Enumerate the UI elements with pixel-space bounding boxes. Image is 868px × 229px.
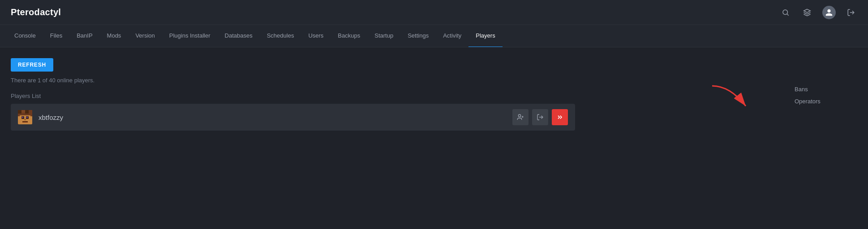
tab-mods[interactable]: Mods xyxy=(100,25,129,47)
tab-version[interactable]: Version xyxy=(128,25,162,47)
svg-point-0 xyxy=(783,10,788,15)
app-logo: Pterodactyl xyxy=(11,7,61,17)
svg-line-1 xyxy=(787,14,788,15)
left-section: REFRESH There are 1 of 40 online players… xyxy=(11,58,784,131)
player-actions xyxy=(512,109,568,125)
svg-rect-9 xyxy=(25,110,29,114)
svg-rect-10 xyxy=(29,110,32,113)
svg-rect-18 xyxy=(22,121,28,122)
player-row: xbtfozzy xyxy=(11,104,575,131)
tab-backups[interactable]: Backups xyxy=(331,25,367,47)
refresh-button[interactable]: REFRESH xyxy=(11,58,53,72)
players-list-label: Players List xyxy=(11,93,784,99)
player-avatar xyxy=(18,110,32,124)
tab-settings[interactable]: Settings xyxy=(400,25,436,47)
right-sidebar: Bans Operators xyxy=(795,58,857,131)
svg-rect-7 xyxy=(18,110,21,114)
tab-plugins-installer[interactable]: Plugins Installer xyxy=(162,25,218,47)
tab-banip[interactable]: BanIP xyxy=(69,25,99,47)
player-name: xbtfozzy xyxy=(39,114,512,121)
svg-rect-16 xyxy=(24,119,26,120)
tab-startup[interactable]: Startup xyxy=(367,25,400,47)
svg-rect-8 xyxy=(21,110,25,113)
tab-players[interactable]: Players xyxy=(468,25,502,47)
ban-player-button[interactable] xyxy=(552,109,568,125)
tab-schedules[interactable]: Schedules xyxy=(260,25,301,47)
svg-marker-2 xyxy=(804,9,811,13)
online-status-text: There are 1 of 40 online players. xyxy=(11,77,784,84)
player-list: xbtfozzy xyxy=(11,104,784,131)
svg-rect-15 xyxy=(26,117,28,118)
player-row-wrapper: xbtfozzy xyxy=(11,104,784,131)
tab-activity[interactable]: Activity xyxy=(436,25,468,47)
logout-icon[interactable] xyxy=(845,6,857,19)
user-avatar[interactable] xyxy=(822,6,836,19)
sidebar-link-operators[interactable]: Operators xyxy=(795,97,857,106)
kick-player-button[interactable] xyxy=(532,109,548,125)
navigation-bar: Console Files BanIP Mods Version Plugins… xyxy=(0,25,868,47)
tab-files[interactable]: Files xyxy=(43,25,69,47)
layers-icon[interactable] xyxy=(801,6,813,19)
header-icons xyxy=(779,6,857,19)
tab-users[interactable]: Users xyxy=(301,25,331,47)
add-player-button[interactable] xyxy=(512,109,529,125)
tab-databases[interactable]: Databases xyxy=(218,25,260,47)
tab-console[interactable]: Console xyxy=(7,25,43,47)
header: Pterodactyl xyxy=(0,0,868,25)
main-content: REFRESH There are 1 of 40 online players… xyxy=(0,47,868,141)
svg-rect-14 xyxy=(22,117,23,118)
svg-point-19 xyxy=(518,114,520,117)
sidebar-link-bans[interactable]: Bans xyxy=(795,85,857,93)
search-icon[interactable] xyxy=(779,6,792,19)
